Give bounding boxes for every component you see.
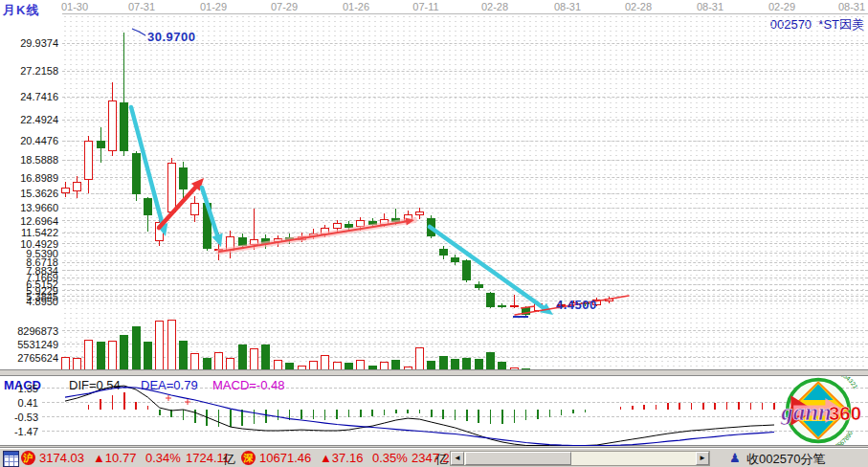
candle-body[interactable]: [214, 249, 223, 251]
candle-body[interactable]: [167, 163, 176, 212]
volume-bar[interactable]: [261, 345, 270, 371]
candle-body[interactable]: [321, 228, 329, 234]
volume-bar[interactable]: [97, 342, 105, 371]
volume-bar[interactable]: [155, 321, 164, 371]
candle-body[interactable]: [285, 237, 294, 240]
candle-body[interactable]: [274, 238, 282, 242]
stock-chart-app: 月K线 002570 *ST因美 29.937427.215824.741622…: [0, 0, 868, 467]
candle-body[interactable]: [261, 238, 270, 243]
candle-body[interactable]: [97, 141, 105, 149]
price-axis-label: 22.4924: [0, 115, 58, 124]
macd-hist-bar: [750, 403, 752, 410]
volume-bar[interactable]: [120, 335, 128, 371]
macd-hist-bar: [667, 403, 669, 409]
volume-bar[interactable]: [238, 345, 247, 371]
candle-body[interactable]: [486, 293, 495, 307]
candle-body[interactable]: [190, 203, 199, 215]
candle-body[interactable]: [309, 234, 318, 236]
macd-hist-bar: [254, 410, 256, 425]
candle-body[interactable]: [120, 102, 128, 151]
candle-body[interactable]: [179, 167, 188, 190]
candle-body[interactable]: [427, 218, 435, 236]
volume-bar[interactable]: [144, 342, 152, 370]
candle-body[interactable]: [356, 220, 365, 228]
shanghai-index-icon[interactable]: 沪: [21, 451, 35, 465]
candle-body[interactable]: [108, 100, 117, 151]
macd-hist-bar: [88, 405, 90, 410]
macd-hist-bar: [549, 410, 551, 417]
volume-bar[interactable]: [179, 341, 188, 371]
candle-body[interactable]: [84, 141, 93, 180]
horizontal-scrollbar[interactable]: ◄ ►: [450, 451, 710, 466]
candle-body[interactable]: [522, 307, 530, 315]
candle-body[interactable]: [462, 260, 471, 281]
macd-dif-value: DIF=0.54: [69, 378, 121, 392]
date-tick-label: 02-28: [625, 1, 652, 12]
volume-bar[interactable]: [415, 347, 424, 371]
receive-icon[interactable]: ♟: [729, 451, 741, 465]
shenzhen-index-icon[interactable]: 深: [241, 451, 256, 465]
candle-body[interactable]: [510, 305, 519, 307]
macd-hist-bar: [206, 410, 208, 426]
candle-body[interactable]: [298, 236, 306, 240]
candle-body[interactable]: [415, 211, 424, 215]
candle-body[interactable]: [475, 284, 483, 288]
macd-hist-bar: [230, 410, 232, 427]
candle-body[interactable]: [144, 198, 152, 215]
macd-hist-bar: [289, 410, 291, 420]
candle-body[interactable]: [391, 218, 400, 222]
macd-hist-bar: [324, 410, 326, 420]
volume-bar[interactable]: [486, 352, 495, 371]
period-label[interactable]: 月K线: [3, 2, 39, 19]
candle-body[interactable]: [404, 214, 412, 220]
volume-bar[interactable]: [214, 352, 223, 371]
macd-hist-bar: [702, 403, 704, 410]
sh-index: 3174.03: [39, 451, 84, 465]
candle-body[interactable]: [250, 239, 258, 244]
sh-change-icon: ▲10.77: [93, 451, 136, 465]
macd-axis-label: -0.53: [4, 412, 38, 422]
price-gridline: [62, 253, 868, 254]
volume-bar[interactable]: [132, 326, 141, 370]
date-tick-label: 08-31: [554, 1, 581, 12]
logo-text-gann: gann: [780, 399, 832, 425]
table-icon[interactable]: [3, 451, 19, 467]
candle-body[interactable]: [439, 249, 448, 256]
candle-body[interactable]: [333, 223, 342, 229]
macd-hist-bar: [265, 410, 267, 423]
macd-hist-bar: [561, 410, 563, 415]
candle-body[interactable]: [203, 203, 211, 248]
scroll-right-button[interactable]: ►: [696, 452, 709, 465]
macd-hist-bar: [490, 410, 492, 424]
price-axis-label: 4.8950: [0, 297, 58, 306]
candle-body[interactable]: [226, 236, 234, 251]
candle-body[interactable]: [380, 219, 389, 225]
macd-hist-bar: [691, 403, 693, 410]
candle-body[interactable]: [605, 299, 613, 301]
logo-text-360: 360: [829, 403, 861, 424]
candle-body[interactable]: [61, 188, 70, 192]
volume-bar[interactable]: [250, 348, 258, 371]
candle-body[interactable]: [534, 303, 543, 311]
sh-amount-unit: 亿: [223, 451, 235, 467]
macd-hist-bar: [123, 392, 125, 409]
candle-body[interactable]: [451, 257, 459, 262]
macd-hist-bar: [514, 410, 516, 423]
sz-amount-unit: 亿: [435, 451, 448, 467]
candle-body[interactable]: [155, 222, 164, 241]
candle-body[interactable]: [132, 153, 141, 194]
volume-bar[interactable]: [84, 340, 93, 370]
volume-axis-label: 8296873: [0, 326, 58, 336]
candle-body[interactable]: [368, 221, 377, 225]
volume-bar[interactable]: [190, 353, 199, 371]
candle-body[interactable]: [498, 305, 506, 307]
volume-bar[interactable]: [108, 341, 117, 370]
feed-label[interactable]: 收002570分笔: [746, 451, 825, 467]
candle-body[interactable]: [238, 237, 247, 246]
macd-hist-bar: [643, 405, 645, 410]
candle-body[interactable]: [73, 182, 81, 191]
scrollbar-thumb[interactable]: [465, 452, 571, 465]
candle-body[interactable]: [345, 224, 353, 228]
scroll-left-button[interactable]: ◄: [451, 452, 464, 465]
volume-bar[interactable]: [167, 320, 176, 371]
